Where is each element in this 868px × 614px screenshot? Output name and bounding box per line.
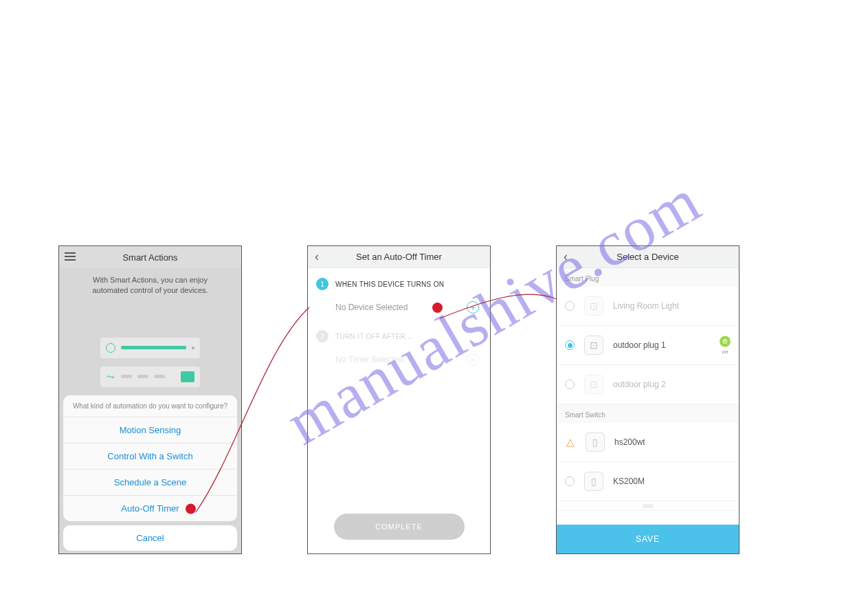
illustration-block <box>181 371 194 382</box>
warning-icon: △ <box>565 437 576 448</box>
option-label: Auto-Off Timer <box>121 503 179 514</box>
illustration-bar <box>121 375 132 378</box>
motion-icon: ⤳ <box>106 372 115 382</box>
header-bar: ‹ Select a Device <box>557 246 739 268</box>
step-label: WHEN THIS DEVICE TURNS ON <box>335 281 444 288</box>
device-row-partial <box>557 501 739 511</box>
device-name: hs200wt <box>614 437 645 447</box>
page-title: Smart Actions <box>122 252 177 263</box>
highlight-dot <box>432 303 443 313</box>
header-bar: ‹ Set an Auto-Off Timer <box>308 246 490 268</box>
back-icon[interactable]: ‹ <box>564 250 568 264</box>
step-1: 1 WHEN THIS DEVICE TURNS ON No Device Se… <box>308 268 490 320</box>
complete-button[interactable]: COMPLETE <box>334 514 465 540</box>
plug-icon: ⊡ <box>584 336 603 355</box>
menu-icon[interactable] <box>65 252 76 261</box>
power-icon <box>720 336 731 347</box>
back-icon[interactable]: ‹ <box>315 250 319 264</box>
illustration-bar <box>121 346 186 349</box>
switch-icon: ▯ <box>584 472 603 491</box>
device-row-outdoor-plug-1[interactable]: ⊡ outdoor plug 1 on <box>557 326 739 365</box>
screen-auto-off-timer: ‹ Set an Auto-Off Timer 1 WHEN THIS DEVI… <box>307 245 491 554</box>
save-button[interactable]: SAVE <box>557 525 739 553</box>
timer-selector-row: No Timer Selected + <box>335 349 482 373</box>
add-icon[interactable]: + <box>467 301 479 314</box>
status-on-indicator: on <box>720 336 731 355</box>
illustration-bar <box>154 375 165 378</box>
step-label: TURN IT OFF AFTER ... <box>335 333 414 340</box>
device-name: Living Room Light <box>613 301 679 311</box>
switch-icon: ▯ <box>586 432 605 452</box>
step-2: 2 TURN IT OFF AFTER ... No Timer Selecte… <box>308 320 490 373</box>
screen-select-device: ‹ Select a Device Smart Plug ⊡ Living Ro… <box>556 245 739 554</box>
switch-icon <box>643 504 654 508</box>
plug-icon: ⊡ <box>584 375 603 394</box>
radio-checked[interactable] <box>565 340 575 350</box>
radio-unchecked[interactable] <box>565 380 575 389</box>
option-schedule-scene[interactable]: Schedule a Scene <box>63 470 237 496</box>
sheet-prompt: What kind of automation do you want to c… <box>63 395 237 417</box>
section-smart-switch: Smart Switch <box>557 404 739 423</box>
page-subtitle: With Smart Actions, you can enjoy automa… <box>59 268 241 296</box>
device-name: outdoor plug 2 <box>613 380 666 389</box>
no-timer-text: No Timer Selected <box>335 355 403 364</box>
step-number-badge: 2 <box>316 330 329 342</box>
page-title: Set an Auto-Off Timer <box>356 252 442 262</box>
device-selector-row[interactable]: No Device Selected + <box>335 297 482 320</box>
radio-unchecked[interactable] <box>565 301 575 311</box>
device-name: outdoor plug 1 <box>613 340 666 350</box>
header-bar: Smart Actions <box>59 246 241 268</box>
option-motion-sensing[interactable]: Motion Sensing <box>63 417 237 443</box>
radio-unchecked[interactable] <box>565 476 575 486</box>
illustration-bar <box>137 375 148 378</box>
illustration: ⤳ <box>100 338 200 387</box>
device-name: KS200M <box>613 476 645 486</box>
cancel-button[interactable]: Cancel <box>63 525 237 551</box>
device-row-hs200wt[interactable]: △ ▯ hs200wt <box>557 423 739 462</box>
step-number-badge: 1 <box>316 278 329 290</box>
page-title: Select a Device <box>616 252 678 262</box>
option-auto-off-timer[interactable]: Auto-Off Timer <box>63 496 237 521</box>
screen-smart-actions: Smart Actions With Smart Actions, you ca… <box>58 245 242 554</box>
no-device-text: No Device Selected <box>335 303 408 312</box>
option-control-with-switch[interactable]: Control With a Switch <box>63 443 237 470</box>
bulb-icon <box>106 343 115 353</box>
illustration-dot <box>192 347 194 349</box>
status-label: on <box>720 349 731 355</box>
action-sheet: What kind of automation do you want to c… <box>59 391 241 553</box>
plug-icon: ⊡ <box>584 296 603 316</box>
device-row-outdoor-plug-2[interactable]: ⊡ outdoor plug 2 <box>557 365 739 404</box>
device-row-ks200m[interactable]: ▯ KS200M <box>557 462 739 501</box>
section-smart-plug: Smart Plug <box>557 268 739 287</box>
add-icon: + <box>467 353 479 366</box>
highlight-dot <box>186 503 196 514</box>
device-row-living-room-light[interactable]: ⊡ Living Room Light <box>557 287 739 326</box>
